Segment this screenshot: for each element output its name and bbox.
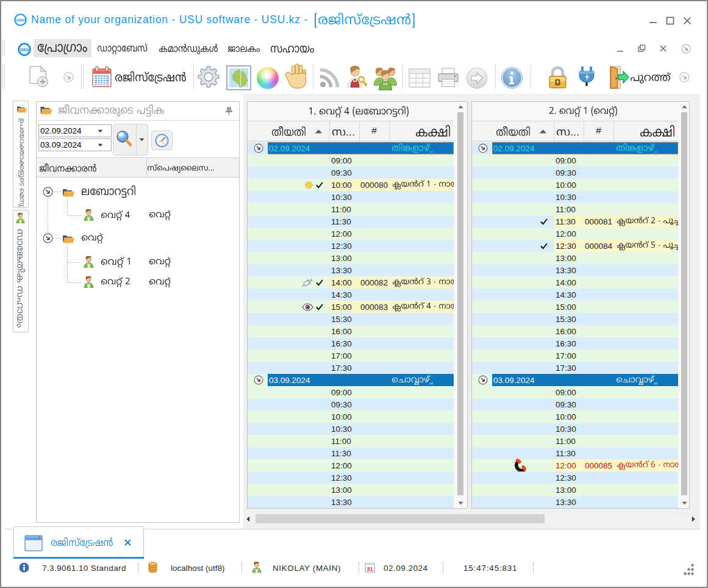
svg-text:usu: usu — [20, 47, 29, 52]
svg-text:31: 31 — [367, 566, 373, 572]
svg-text:usu: usu — [16, 17, 25, 23]
